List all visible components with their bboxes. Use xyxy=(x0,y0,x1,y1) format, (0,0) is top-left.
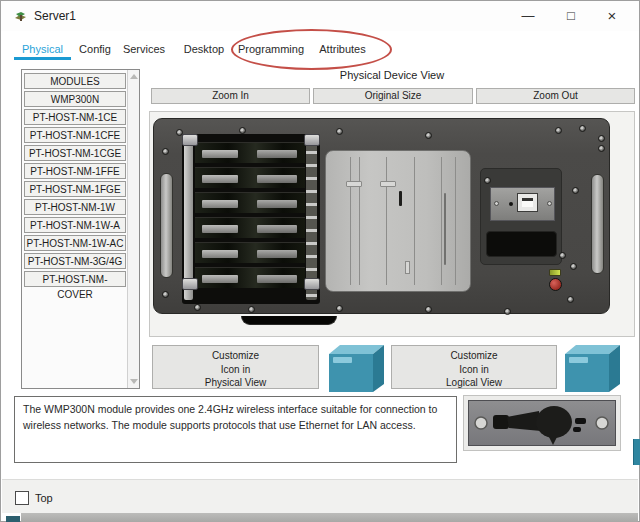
panel-seam xyxy=(441,157,442,285)
titlebar: Server1 — □ × xyxy=(1,1,639,31)
annotation-ellipse xyxy=(231,29,392,70)
ethernet-port-opening xyxy=(522,198,533,207)
drive-bay xyxy=(182,134,320,304)
module-description: The WMP300N module provides one 2.4GHz w… xyxy=(14,396,457,463)
tab-physical[interactable]: Physical xyxy=(14,39,71,59)
screw-icon xyxy=(559,252,566,259)
module-item[interactable]: PT-HOST-NM-1FFE xyxy=(24,163,126,179)
screw-icon xyxy=(555,127,562,134)
maximize-icon[interactable]: □ xyxy=(551,1,591,31)
close-icon[interactable]: × xyxy=(592,1,632,31)
module-item[interactable]: PT-HOST-NM-1W-AC xyxy=(24,235,126,251)
ethernet-module-plate xyxy=(490,187,555,221)
tab-bar: Physical Config Services Desktop Program… xyxy=(1,31,639,61)
zoom-in-button[interactable]: Zoom In xyxy=(151,88,310,104)
top-checkbox-label: Top xyxy=(35,491,53,505)
device-view-panel xyxy=(149,111,635,337)
screw-icon xyxy=(239,127,246,134)
footer-bar: Top xyxy=(2,479,638,513)
screw-icon xyxy=(598,145,605,152)
drive-module xyxy=(195,142,305,163)
panel-seam xyxy=(414,157,415,285)
screw-icon xyxy=(162,291,169,298)
module-preview xyxy=(463,395,621,451)
app-icon xyxy=(13,9,28,24)
panel-notch xyxy=(380,181,396,187)
module-item[interactable]: PT-HOST-NM-1FGE xyxy=(24,181,126,197)
screw-icon xyxy=(425,132,432,139)
original-size-button[interactable]: Original Size xyxy=(313,88,473,104)
modules-list: MODULES WMP300N PT-HOST-NM-1CE PT-HOST-N… xyxy=(21,69,140,389)
module-item[interactable]: PT-HOST-NM-1CGE xyxy=(24,145,126,161)
module-item[interactable]: PT-HOST-NM-1W xyxy=(24,199,126,215)
module-item[interactable]: PT-HOST-NM-1W-A xyxy=(24,217,126,233)
minimize-icon[interactable]: — xyxy=(508,1,548,31)
cage-pull-tab xyxy=(241,316,337,325)
panel-seam xyxy=(386,157,387,285)
modules-header: MODULES xyxy=(24,73,126,89)
panel-notch xyxy=(346,181,362,187)
module-item[interactable]: WMP300N xyxy=(24,91,126,107)
customize-logical-button[interactable]: Customize Icon in Logical View xyxy=(391,345,557,389)
cage-bracket xyxy=(182,278,198,290)
screw-icon xyxy=(579,125,586,132)
module-item[interactable]: PT-HOST-NM-1CFE xyxy=(24,127,126,143)
server1-window: Server1 — □ × Physical Config Services D… xyxy=(0,0,640,522)
server-chassis xyxy=(153,118,610,314)
drive-eject-slot xyxy=(444,193,446,265)
cage-bracket xyxy=(304,278,320,290)
ethernet-port xyxy=(517,193,538,212)
panel-slit xyxy=(399,191,402,206)
panel-seam xyxy=(455,157,456,285)
active-tab-underline xyxy=(14,57,71,60)
screw-icon xyxy=(248,306,255,313)
chassis-handle-right xyxy=(591,174,604,274)
background-artifact xyxy=(633,439,640,465)
drive-module xyxy=(195,242,305,263)
power-button[interactable] xyxy=(549,278,562,291)
tab-desktop[interactable]: Desktop xyxy=(173,39,235,59)
module-item[interactable]: PT-HOST-NM-1CE xyxy=(24,109,126,125)
cage-bracket xyxy=(182,134,198,146)
screw-icon xyxy=(336,128,343,135)
zoom-out-button[interactable]: Zoom Out xyxy=(476,88,635,104)
screw-icon xyxy=(194,304,201,311)
physical-device-view-title: Physical Device View xyxy=(149,69,635,81)
vent-slot xyxy=(486,231,557,257)
top-checkbox[interactable] xyxy=(15,491,29,505)
tab-config[interactable]: Config xyxy=(73,39,117,59)
bay-cover-panel xyxy=(325,150,471,292)
screw-icon xyxy=(572,187,579,194)
drive-module xyxy=(195,192,305,213)
window-title: Server1 xyxy=(34,1,76,31)
scroll-up-icon[interactable] xyxy=(130,74,138,79)
wmp300n-module-image xyxy=(468,400,616,446)
screw-icon xyxy=(425,306,432,313)
drive-module xyxy=(195,167,305,188)
screw-icon xyxy=(162,148,169,155)
module-item[interactable]: PT-HOST-NM-COVER xyxy=(24,271,126,287)
drive-module xyxy=(195,217,305,238)
drive-rail-right xyxy=(306,138,317,300)
chassis-handle-left xyxy=(160,173,173,278)
server-icon xyxy=(325,343,387,393)
window-bottom-edge xyxy=(21,513,638,522)
panel-button xyxy=(405,261,410,274)
module-item[interactable]: PT-HOST-NM-3G/4G xyxy=(24,253,126,269)
screw-icon xyxy=(567,296,574,303)
panel-seam xyxy=(359,157,360,285)
scroll-down-icon[interactable] xyxy=(130,379,138,384)
screw-icon xyxy=(484,177,491,184)
screw-icon xyxy=(598,135,605,142)
screw-icon xyxy=(504,308,511,315)
screw-icon xyxy=(570,263,577,270)
server-icon xyxy=(561,343,623,393)
plate-screw xyxy=(494,201,499,206)
panel-seam xyxy=(350,157,351,285)
modules-scrollbar[interactable] xyxy=(127,70,139,388)
cage-bracket xyxy=(304,134,320,146)
tab-services[interactable]: Services xyxy=(113,39,175,59)
drive-rail-left xyxy=(184,138,193,300)
customize-physical-button[interactable]: Customize Icon in Physical View xyxy=(152,345,319,389)
port-led xyxy=(509,202,513,206)
